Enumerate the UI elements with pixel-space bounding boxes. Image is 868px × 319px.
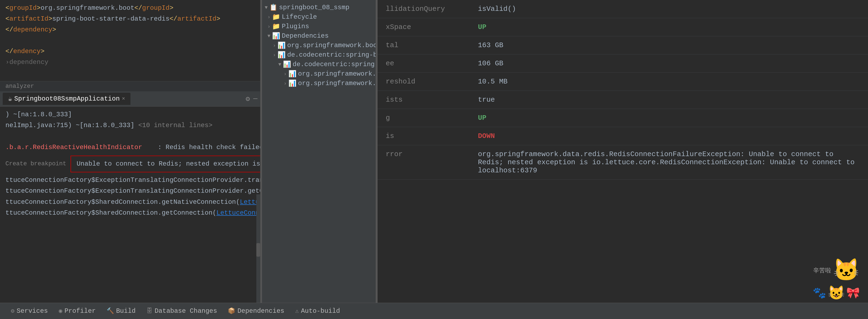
tree-item-codecentric-2[interactable]: ▼ 📊 de.codecentric:spring-bc bbox=[262, 60, 376, 69]
tree-item-springframework-2[interactable]: › 📊 org.springframework. bbox=[262, 78, 376, 88]
active-tab[interactable]: ☕ Springboot08SsmpApplication × bbox=[3, 93, 130, 105]
plugins-icon: 📁 bbox=[272, 23, 280, 30]
settings-icon[interactable]: ⚙ bbox=[246, 95, 250, 103]
health-value: 163 GB bbox=[478, 41, 860, 49]
health-row-diskspace-status: xSpace UP bbox=[378, 18, 868, 36]
stack-link[interactable]: LettuceConnectionFactory.java:1366 bbox=[216, 209, 260, 217]
dependency-text: dependency bbox=[13, 25, 52, 35]
stack-text: ttuceConnectionFactory$ExceptionTranslat… bbox=[5, 187, 260, 195]
tree-item-label: Dependencies bbox=[282, 32, 329, 39]
xml-slash: artifactId bbox=[177, 14, 216, 24]
tree-root-label: springboot_08_ssmp bbox=[279, 4, 349, 11]
tree-item-label: de.codecentric:spring-bc bbox=[293, 61, 376, 68]
xml-tag: > bbox=[41, 46, 44, 56]
scrollbar-thumb[interactable] bbox=[256, 243, 260, 257]
status-item-dependencies[interactable]: 📦 Dependencies bbox=[222, 303, 290, 319]
xml-slash: groupId bbox=[142, 3, 169, 13]
health-key: rror bbox=[386, 150, 478, 158]
autobuild-label: Auto-build bbox=[301, 307, 340, 315]
xml-text: spring-boot-starter-data-redis bbox=[52, 14, 169, 24]
tree-arrow-icon: › bbox=[284, 81, 287, 86]
database-label: Database Changes bbox=[155, 307, 217, 315]
health-key: tal bbox=[386, 41, 478, 49]
status-item-profiler[interactable]: ◉ Profiler bbox=[53, 303, 101, 319]
tree-item-root[interactable]: ▼ 📋 springboot_08_ssmp bbox=[262, 3, 376, 12]
code-line: <groupId>org.springframework.boot</group… bbox=[0, 3, 260, 13]
console-line bbox=[5, 131, 255, 142]
create-breakpoint-label[interactable]: Create breakpoint bbox=[5, 159, 66, 168]
console-text: ) ~[na:1.8.0_333] bbox=[5, 111, 72, 118]
tree-arrow-icon: › bbox=[273, 52, 276, 58]
tree-item-label: Plugins bbox=[282, 23, 309, 30]
health-error-value: org.springframework.data.redis.RedisConn… bbox=[478, 150, 860, 174]
dependencies-icon: 📦 bbox=[228, 307, 235, 315]
console-line: ) ~[na:1.8.0_333] bbox=[5, 109, 255, 120]
maven-icon: 📊 bbox=[278, 51, 286, 59]
minimize-icon[interactable]: — bbox=[253, 95, 257, 103]
tree-arrow-icon: › bbox=[268, 24, 271, 29]
tree-arrow-icon: ▼ bbox=[268, 33, 271, 39]
tree-item-springframework-1[interactable]: › 📊 org.springframework. bbox=[262, 69, 376, 78]
dependencies-label: Dependencies bbox=[237, 307, 284, 315]
health-row-free: ee 106 GB bbox=[378, 55, 868, 73]
status-item-services[interactable]: ⚙ Services bbox=[5, 303, 53, 319]
status-item-database[interactable]: 🗄 Database Changes bbox=[141, 303, 222, 319]
health-key: is bbox=[386, 132, 478, 140]
health-value: 10.5 MB bbox=[478, 77, 860, 86]
tree-item-spring-boot[interactable]: › 📊 org.springframework.boot:s bbox=[262, 41, 376, 50]
console-panel: ) ~[na:1.8.0_333] nelImpl.java:715) ~[na… bbox=[0, 106, 260, 303]
middle-panel: ▼ 📋 springboot_08_ssmp › 📁 Lifecycle › 📁… bbox=[262, 0, 376, 303]
health-row-ping: g UP bbox=[378, 109, 868, 127]
console-line: nelImpl.java:715) ~[na:1.8.0_333] <10 in… bbox=[5, 120, 255, 131]
code-line: </endency> bbox=[0, 46, 260, 57]
tree-item-label: Lifecycle bbox=[282, 13, 317, 21]
status-item-autobuild[interactable]: ⚠ Auto-build bbox=[290, 303, 345, 319]
dependency-text: endency bbox=[13, 46, 41, 56]
status-bar: ⚙ Services ◉ Profiler 🔨 Build 🗄 Database… bbox=[0, 303, 868, 319]
maven-icon: 📊 bbox=[288, 70, 297, 78]
left-panel: <groupId>org.springframework.boot</group… bbox=[0, 0, 260, 303]
internal-lines: <10 internal lines> bbox=[138, 122, 213, 129]
profiler-icon: ◉ bbox=[59, 307, 62, 315]
xml-tag: </ bbox=[5, 25, 13, 35]
right-panel: llidationQuery isValid() xSpace UP tal 1… bbox=[378, 0, 868, 303]
sticker-emoji: 🐱 bbox=[833, 257, 860, 284]
health-key: g bbox=[386, 114, 478, 122]
stack-text: ttuceConnectionFactory$SharedConnection.… bbox=[5, 209, 216, 217]
tree-item-label: org.springframework. bbox=[298, 70, 376, 77]
tab-close-button[interactable]: × bbox=[122, 96, 125, 102]
console-line: ttuceConnectionFactory$ExceptionTranslat… bbox=[5, 175, 255, 186]
lifecycle-icon: 📁 bbox=[272, 13, 280, 21]
tree-item-plugins[interactable]: › 📁 Plugins bbox=[262, 22, 376, 31]
tree-arrow-icon: ▼ bbox=[265, 5, 268, 10]
stack-text: ttuceConnectionFactory$SharedConnection.… bbox=[5, 198, 240, 206]
tree-arrow-icon: › bbox=[284, 71, 287, 77]
tree-item-codecentric-1[interactable]: › 📊 de.codecentric:spring-boot- bbox=[262, 50, 376, 60]
xml-tag: </ bbox=[5, 46, 13, 56]
console-line: ttuceConnectionFactory$SharedConnection.… bbox=[5, 197, 255, 208]
main-container: <groupId>org.springframework.boot</group… bbox=[0, 0, 868, 319]
tab-icon: ☕ bbox=[8, 95, 12, 103]
health-row-redis-error: rror org.springframework.data.redis.Redi… bbox=[378, 145, 868, 180]
status-item-build[interactable]: 🔨 Build bbox=[101, 303, 141, 319]
xml-slash: groupId bbox=[9, 3, 37, 13]
error-box: Unable to connect to Redis; nested excep… bbox=[70, 156, 260, 172]
console-line: ttuceConnectionFactory$ExceptionTranslat… bbox=[5, 186, 255, 196]
console-line: ttuceConnectionFactory$SharedConnection.… bbox=[5, 208, 255, 218]
tab-actions: ⚙ — bbox=[246, 95, 257, 103]
xml-tag: > bbox=[169, 3, 173, 13]
error-class: .b.a.r.RedisReactiveHealthIndicator bbox=[5, 143, 142, 151]
tree-item-label: org.springframework.boot:s bbox=[287, 42, 376, 49]
build-icon: 🔨 bbox=[106, 307, 114, 315]
error-msg: : Redis health check failed bbox=[146, 143, 260, 151]
v-scrollbar[interactable] bbox=[256, 194, 260, 303]
emoji-3: 😺 bbox=[828, 285, 845, 301]
emoji-2: 🐾 bbox=[813, 286, 826, 300]
xml-tag: < bbox=[5, 3, 9, 13]
autobuild-icon: ⚠ bbox=[295, 307, 299, 315]
tree-item-lifecycle[interactable]: › 📁 Lifecycle bbox=[262, 12, 376, 22]
tree-item-dependencies[interactable]: ▼ 📊 Dependencies bbox=[262, 31, 376, 41]
dependency-fold: dependency bbox=[9, 58, 48, 67]
health-value: true bbox=[478, 96, 860, 104]
health-row-validation: llidationQuery isValid() bbox=[378, 0, 868, 18]
